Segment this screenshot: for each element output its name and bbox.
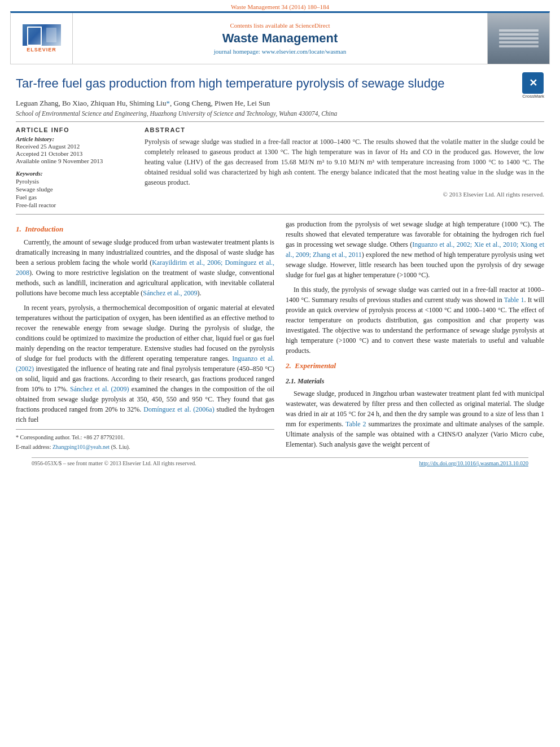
journal-header-center: Contents lists available at ScienceDirec… — [73, 18, 487, 59]
abstract-col: ABSTRACT Pyrolysis of sewage sludge was … — [145, 126, 544, 209]
ref-others[interactable]: Inguanzo et al., 2002; Xie et al., 2010;… — [286, 241, 544, 259]
copyright-line: © 2013 Elsevier Ltd. All rights reserved… — [145, 191, 544, 198]
ref-table1[interactable]: Table 1 — [504, 296, 524, 304]
elsevier-logo-image — [23, 24, 61, 46]
history-label: Article history: — [16, 136, 134, 142]
footnote-corresponding: * Corresponding author. Tel.: +86 27 877… — [16, 433, 274, 442]
email-link[interactable]: Zhangping101@yeah.net — [53, 444, 110, 450]
journal-citation: Waste Management 34 (2014) 180–184 — [231, 3, 329, 10]
sciencedirect-line: Contents lists available at ScienceDirec… — [77, 22, 483, 29]
article-content: Tar-free fuel gas production from high t… — [0, 64, 560, 472]
journal-header-right — [487, 13, 549, 64]
section2-num: 2. — [286, 361, 291, 370]
keywords-section: Keywords: Pyrolysis Sewage sludge Fuel g… — [16, 170, 134, 208]
keyword-3: Fuel gas — [16, 194, 134, 200]
abstract-title: ABSTRACT — [145, 126, 544, 133]
section1-title: Introduction — [25, 225, 63, 233]
section21-heading: 2.1. Materials — [286, 376, 544, 386]
crossmark-badge: ✕ CrossMark — [522, 72, 544, 99]
affiliation: School of Environmental Science and Engi… — [16, 110, 544, 117]
elsevier-logo: ELSEVIER — [23, 24, 61, 53]
ref-table2[interactable]: Table 2 — [345, 420, 366, 428]
section21-title: 2.1. Materials — [286, 377, 324, 385]
section1-heading: 1. Introduction — [16, 224, 274, 235]
ref-karayildirim[interactable]: Karayildirim et al., 2006; Domínguez et … — [16, 259, 274, 277]
homepage-url[interactable]: www.elsevier.com/locate/wasman — [262, 48, 347, 55]
body-col-right: gas production from the pyrolysis of wet… — [286, 219, 544, 454]
intro-para4: In this study, the pyrolysis of sewage s… — [286, 285, 544, 356]
materials-para1: Sewage sludge, produced in Jingzhou urba… — [286, 388, 544, 449]
article-title: Tar-free fuel gas production from high t… — [16, 76, 517, 92]
sciencedirect-prefix: Contents lists available at — [230, 22, 295, 29]
section1-num: 1. — [16, 225, 21, 233]
homepage-prefix: journal homepage: — [214, 48, 262, 55]
journal-cover-decoration — [499, 28, 539, 49]
intro-para1: Currently, the amount of sewage sludge p… — [16, 237, 274, 298]
abstract-text: Pyrolysis of sewage sludge was studied i… — [145, 137, 544, 187]
journal-cover-image — [488, 13, 549, 64]
article-divider — [16, 121, 544, 122]
authors-line: Leguan Zhang, Bo Xiao, Zhiquan Hu, Shimi… — [16, 99, 544, 108]
article-history: Article history: Received 25 August 2012… — [16, 136, 134, 164]
article-info-title: ARTICLE INFO — [16, 126, 134, 133]
elsevier-brand-text: ELSEVIER — [27, 47, 56, 53]
keywords-label: Keywords: — [16, 170, 134, 177]
journal-header: ELSEVIER Contents lists available at Sci… — [10, 11, 550, 64]
author-names-main: Leguan Zhang, Bo Xiao, Zhiquan Hu, Shimi… — [16, 99, 166, 107]
footnote-email: E-mail address: Zhangping101@yeah.net (S… — [16, 443, 274, 451]
sciencedirect-link-text[interactable]: ScienceDirect — [295, 22, 330, 29]
section2-heading: 2. Experimental — [286, 360, 544, 372]
issn-text: 0956-053X/$ – see front matter © 2013 El… — [32, 460, 196, 466]
available-date: Available online 9 November 2013 — [16, 158, 134, 164]
abstract-body: Pyrolysis of sewage sludge was studied i… — [145, 138, 544, 186]
footnotes: * Corresponding author. Tel.: +86 27 877… — [16, 429, 274, 451]
accepted-date: Accepted 21 October 2013 — [16, 150, 134, 157]
article-info-col: ARTICLE INFO Article history: Received 2… — [16, 126, 134, 209]
bottom-bar: 0956-053X/$ – see front matter © 2013 El… — [32, 457, 528, 466]
keyword-1: Pyrolysis — [16, 178, 134, 185]
section2-title: Experimental — [295, 361, 336, 370]
ref-sanchez-2009b[interactable]: Sánchez et al. (2009) — [70, 385, 129, 393]
journal-title: Waste Management — [77, 31, 483, 46]
doi-text: http://dx.doi.org/10.1016/j.wasman.2013.… — [419, 460, 528, 466]
received-date: Received 25 August 2012 — [16, 143, 134, 150]
crossmark-icon: ✕ — [522, 72, 544, 94]
email-suffix: (S. Liu). — [110, 444, 130, 450]
ref-inguanzo[interactable]: Inguanzo et al. (2002) — [16, 355, 274, 373]
journal-homepage-line: journal homepage: www.elsevier.com/locat… — [77, 48, 483, 55]
ref-sanchez-2009[interactable]: Sánchez et al., 2009 — [143, 289, 197, 297]
doi-link[interactable]: http://dx.doi.org/10.1016/j.wasman.2013.… — [419, 460, 528, 466]
keyword-4: Free-fall reactor — [16, 202, 134, 208]
ref-dominguez-2006a[interactable]: Domínguez et al. (2006a) — [143, 405, 214, 413]
info-abstract-section: ARTICLE INFO Article history: Received 2… — [16, 126, 544, 209]
body-divider — [16, 214, 544, 215]
journal-top-bar: Waste Management 34 (2014) 180–184 — [0, 0, 560, 11]
publisher-logo-area: ELSEVIER — [11, 13, 73, 64]
author-names-rest: , Gong Cheng, Piwen He, Lei Sun — [170, 99, 270, 107]
body-two-col: 1. Introduction Currently, the amount of… — [16, 219, 544, 454]
page-wrapper: Waste Management 34 (2014) 180–184 ELSEV… — [0, 0, 560, 747]
keyword-2: Sewage sludge — [16, 186, 134, 193]
intro-para2: In recent years, pyrolysis, a thermochem… — [16, 303, 274, 425]
body-col-left: 1. Introduction Currently, the amount of… — [16, 219, 274, 454]
intro-para3: gas production from the pyrolysis of wet… — [286, 219, 544, 280]
email-label: E-mail address: — [16, 444, 53, 450]
